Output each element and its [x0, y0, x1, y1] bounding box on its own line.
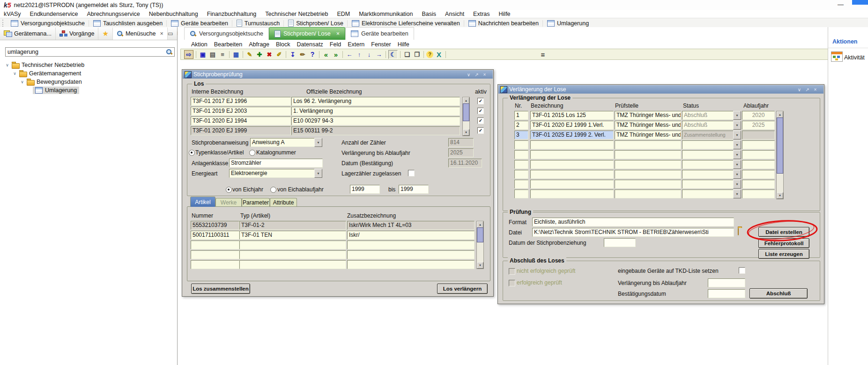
toolbar-button-umlagerung[interactable]: Umlagerung — [544, 19, 592, 28]
dropdown-arrow-icon[interactable]: ▼ — [314, 138, 322, 147]
menu-aktion[interactable]: Aktion — [191, 41, 208, 48]
next-block-icon[interactable]: » — [332, 51, 340, 58]
scroll-up-icon[interactable]: ▲ — [477, 221, 483, 228]
excel-icon[interactable]: X — [435, 51, 443, 58]
dropdown-arrow-icon[interactable]: ▼ — [733, 160, 741, 169]
calendar-icon[interactable] — [831, 51, 843, 62]
menu-basis[interactable]: Basis — [422, 11, 437, 17]
fehlerprotokoll-button[interactable]: Fehlerprotokoll — [758, 238, 809, 248]
cell-nr-4[interactable] — [514, 150, 528, 159]
cell-status-4[interactable] — [682, 150, 734, 159]
menu-technischer-netzbetrieb[interactable]: Technischer Netzbetrieb — [265, 11, 328, 17]
cell-ablaufjahr-6[interactable] — [742, 170, 775, 179]
cell-status-7[interactable] — [682, 180, 734, 189]
tab-parameter[interactable]: Parameter — [242, 198, 270, 207]
cell-bezeichnung-2[interactable]: T3F-01 2025 EJ 1999 2. Verl. — [530, 131, 614, 139]
next-record-icon[interactable]: ↓ — [365, 51, 373, 58]
toolbar-button-stichproben-lose[interactable]: Stichproben/ Lose — [285, 19, 347, 28]
dropdown-arrow-icon[interactable]: ▼ — [733, 121, 741, 130]
cell-ablaufjahr-7[interactable] — [742, 180, 775, 189]
scroll-down-icon[interactable]: ▼ — [463, 129, 469, 136]
cell-status-6[interactable] — [682, 170, 734, 179]
cell-nr-5[interactable] — [514, 160, 528, 169]
dropdown-arrow-icon[interactable]: ▼ — [733, 170, 741, 179]
cell-nummer-0[interactable]: 55532103739 — [191, 221, 239, 230]
radio-typenklasse-artikel[interactable] — [189, 150, 195, 156]
radio-von-eichablaufjahr[interactable] — [270, 187, 276, 193]
cell-status-8[interactable] — [682, 190, 734, 198]
window-titlebar[interactable]: Stichprobenprüfung ∨ ↗ × — [183, 70, 493, 79]
aktiv-checkbox-0[interactable]: ✓ — [477, 98, 484, 104]
cell-pruefstelle-1[interactable]: TMZ Thüringer Mess- und Zähl — [615, 121, 681, 130]
cell-interne-3[interactable]: T3F-01 2020 EJ 1999 — [191, 126, 291, 135]
menu-abrechnungsservice[interactable]: Abrechnungsservice — [87, 11, 140, 17]
chevron-down-icon[interactable]: ∨ — [12, 71, 17, 76]
close-icon[interactable]: × — [160, 30, 163, 37]
dropdown-arrow-icon[interactable]: ▼ — [314, 169, 322, 178]
toolbar-button-nachrichten-bearbeiten[interactable]: Nachrichten bearbeiten — [465, 19, 542, 28]
exit-icon[interactable]: ⇨ — [184, 50, 193, 59]
menu-marktkommunikation[interactable]: Marktkommunikation — [359, 11, 413, 17]
save-icon[interactable]: ▣ — [199, 51, 207, 58]
cell-pruefstelle-2[interactable]: TMZ Thüringer Mess- und Zähl — [615, 131, 681, 139]
cell-zusatz-2[interactable] — [347, 241, 475, 249]
cell-pruefstelle-5[interactable] — [615, 160, 681, 169]
cell-ablaufjahr-1[interactable]: 2025 — [742, 121, 775, 130]
menu-ansicht[interactable]: Ansicht — [445, 11, 464, 17]
tab-werke[interactable]: Werke — [215, 198, 242, 207]
cell-bezeichnung-8[interactable] — [530, 190, 614, 198]
dropdown-arrow-icon[interactable]: ▼ — [733, 140, 741, 149]
cell-nummer-1[interactable]: 500171100311 — [191, 231, 239, 240]
export-icon[interactable]: ↧ — [289, 51, 297, 58]
cell-ablaufjahr-8[interactable] — [742, 190, 775, 198]
tab-geraete-bearbeiten[interactable]: Geräte bearbeiten — [345, 27, 414, 40]
tkd-liste-checkbox[interactable] — [739, 267, 745, 274]
cell-status-2[interactable]: Zusammenstellung — [682, 131, 734, 139]
cell-interne-1[interactable]: T3F-01 2019 EJ 2003 — [191, 107, 291, 116]
artikel-scrollbar[interactable]: ▲ ▼ — [476, 221, 484, 269]
cell-zusatz-4[interactable] — [347, 260, 475, 269]
field-datei[interactable]: K:\Netz\Technik Strom\TECHNIK STROM - BE… — [532, 228, 734, 237]
scroll-up-icon[interactable]: ▲ — [463, 97, 469, 104]
cell-typ-4[interactable] — [239, 260, 346, 269]
tab-stichproben-lose[interactable]: Stichproben/ Lose× — [269, 27, 345, 40]
help-icon[interactable]: ? — [308, 51, 317, 58]
query-icon[interactable]: ▦ — [232, 51, 240, 58]
combo-stichprobenanweisung[interactable]: Anweisung A — [250, 138, 315, 147]
delete-record-icon[interactable]: ✖ — [265, 51, 274, 58]
field-eichjahr-von[interactable]: 1999 — [350, 185, 380, 194]
los-zusammenstellen-button[interactable]: Los zusammenstellen — [191, 284, 250, 294]
tree-item-technischer-netzbetrieb[interactable]: ∨Technischer Netzbetrieb — [0, 61, 177, 69]
sidebar-tab-menuesuche[interactable]: Menüsuche× — [113, 28, 168, 40]
dropdown-arrow-icon[interactable]: ▼ — [733, 131, 741, 139]
window-close-icon[interactable]: × — [812, 87, 819, 93]
cell-status-5[interactable] — [682, 160, 734, 169]
cell-nr-1[interactable]: 2 — [514, 121, 528, 130]
field-verlaengerung-bis[interactable] — [708, 278, 745, 287]
chevron-down-icon[interactable]: ∨ — [5, 63, 10, 67]
favorites-tab[interactable]: ★ — [98, 28, 112, 40]
toolbar-button-versorgungsobjektsuche[interactable]: Versorgungsobjektsuche — [7, 19, 88, 28]
cell-pruefstelle-0[interactable]: TMZ Thüringer Mess- und Zähl — [615, 111, 681, 120]
field-format[interactable]: Eichliste, ausführlich — [532, 218, 734, 226]
cell-bezeichnung-7[interactable] — [530, 180, 614, 189]
cell-pruefstelle-8[interactable] — [615, 190, 681, 198]
toolbar-button-lieferscheine[interactable]: Elektronische Lieferscheine verwalten — [349, 19, 463, 28]
cell-bezeichnung-4[interactable] — [530, 150, 614, 159]
cell-typ-0[interactable]: T3F-01-2 — [239, 221, 346, 230]
tree-item-bewegungsdaten[interactable]: ∨Bewegungsdaten — [0, 78, 177, 86]
datei-erstellen-button[interactable]: Datei erstellen — [758, 227, 809, 237]
cell-nr-3[interactable] — [514, 140, 528, 149]
print-icon[interactable]: ▤ — [208, 51, 217, 58]
window-minimize-icon[interactable]: ∨ — [796, 87, 803, 93]
cell-bezeichnung-6[interactable] — [530, 170, 614, 179]
cell-pruefstelle-4[interactable] — [615, 150, 681, 159]
cell-offizielle-0[interactable]: Los 96 2. Verlängerung — [291, 97, 460, 106]
info-bulb-icon[interactable]: ? — [426, 51, 433, 58]
menu-search-input[interactable]: umlagerung — [5, 47, 175, 57]
cell-status-0[interactable]: Abschluß — [682, 111, 734, 120]
cell-bezeichnung-1[interactable]: T3F-01 2020 EJ 1999 1.Verl. — [530, 121, 614, 130]
label-von-eichablaufjahr[interactable]: von Eichablaufjahr — [277, 186, 324, 193]
cell-ablaufjahr-2[interactable] — [742, 131, 775, 139]
window-minimize-icon[interactable]: ∨ — [465, 72, 472, 78]
